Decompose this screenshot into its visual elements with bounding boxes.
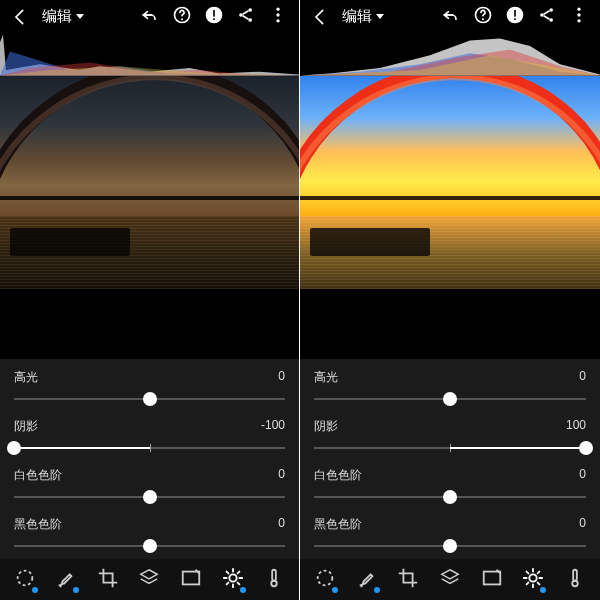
adjustment-panel: 高光0阴影100白色色阶0黑色色阶0 [300, 359, 600, 559]
slider-label: 白色色阶 [14, 467, 62, 484]
undo-button[interactable] [436, 2, 466, 32]
temp-icon [263, 567, 285, 592]
crop-icon [397, 567, 419, 592]
slider-thumb[interactable] [143, 539, 157, 553]
frame-tool[interactable] [475, 563, 509, 597]
photo-preview[interactable] [0, 76, 299, 290]
slider-track[interactable] [314, 390, 586, 408]
slider-label: 高光 [14, 369, 38, 386]
slider-label: 阴影 [314, 418, 338, 435]
editor-pane-left: 编辑 高光0阴影-100白色色阶0黑色色阶0 [0, 0, 300, 600]
slider-track[interactable] [14, 488, 285, 506]
more-button[interactable] [263, 2, 293, 32]
slider-thumb[interactable] [7, 441, 21, 455]
share-button[interactable] [231, 2, 261, 32]
slider-track[interactable] [14, 439, 285, 457]
editor-pane-right: 编辑 高光0阴影100白色色阶0黑色色阶0 [300, 0, 600, 600]
slider-row: 阴影-100 [0, 412, 299, 461]
more-button[interactable] [564, 2, 594, 32]
slider-label: 阴影 [14, 418, 38, 435]
edit-indicator-dot [332, 587, 338, 593]
edit-indicator-dot [73, 587, 79, 593]
slider-thumb[interactable] [143, 490, 157, 504]
screen-title[interactable]: 编辑 [342, 7, 384, 26]
slider-thumb[interactable] [143, 392, 157, 406]
slider-value: 100 [566, 418, 586, 435]
slider-row: 高光0 [0, 363, 299, 412]
alert-button[interactable] [500, 2, 530, 32]
slider-value: 0 [278, 516, 285, 533]
slider-value: 0 [579, 467, 586, 484]
help-icon [172, 5, 192, 28]
slider-value: 0 [278, 369, 285, 386]
light-tool[interactable] [216, 563, 250, 597]
share-button[interactable] [532, 2, 562, 32]
slider-row: 黑色色阶0 [300, 510, 600, 559]
screen-title-label: 编辑 [42, 7, 72, 26]
temp-tool[interactable] [257, 563, 291, 597]
adjustment-panel: 高光0阴影-100白色色阶0黑色色阶0 [0, 359, 299, 559]
tool-bar [0, 559, 299, 600]
layers-icon [138, 567, 160, 592]
brush-tool[interactable] [49, 563, 83, 597]
slider-label: 黑色色阶 [314, 516, 362, 533]
edit-indicator-dot [540, 587, 546, 593]
help-button[interactable] [468, 2, 498, 32]
slider-track[interactable] [314, 537, 586, 555]
back-button[interactable] [6, 2, 36, 32]
light-tool[interactable] [516, 563, 550, 597]
presets-tool[interactable] [308, 563, 342, 597]
top-bar: 编辑 [300, 0, 600, 33]
help-button[interactable] [167, 2, 197, 32]
crop-tool[interactable] [91, 563, 125, 597]
temp-tool[interactable] [558, 563, 592, 597]
layers-tool[interactable] [132, 563, 166, 597]
slider-row: 黑色色阶0 [0, 510, 299, 559]
share-icon [236, 5, 256, 28]
slider-row: 白色色阶0 [300, 461, 600, 510]
slider-value: 0 [579, 369, 586, 386]
slider-thumb[interactable] [443, 539, 457, 553]
frame-icon [481, 567, 503, 592]
more-icon [268, 5, 288, 28]
slider-thumb[interactable] [443, 392, 457, 406]
layers-icon [439, 567, 461, 592]
slider-row: 阴影100 [300, 412, 600, 461]
edit-indicator-dot [32, 587, 38, 593]
photo-preview[interactable] [300, 76, 600, 290]
crop-tool[interactable] [391, 563, 425, 597]
brush-tool[interactable] [350, 563, 384, 597]
undo-icon [140, 5, 160, 28]
slider-row: 白色色阶0 [0, 461, 299, 510]
more-icon [569, 5, 589, 28]
slider-value: 0 [579, 516, 586, 533]
undo-button[interactable] [135, 2, 165, 32]
undo-icon [441, 5, 461, 28]
share-icon [537, 5, 557, 28]
histogram [300, 33, 600, 75]
screen-title[interactable]: 编辑 [42, 7, 84, 26]
slider-label: 白色色阶 [314, 467, 362, 484]
alert-button[interactable] [199, 2, 229, 32]
slider-thumb[interactable] [443, 490, 457, 504]
slider-track[interactable] [314, 488, 586, 506]
temp-icon [564, 567, 586, 592]
slider-track[interactable] [14, 537, 285, 555]
slider-row: 高光0 [300, 363, 600, 412]
edit-indicator-dot [374, 587, 380, 593]
back-button[interactable] [306, 2, 336, 32]
presets-tool[interactable] [8, 563, 42, 597]
top-bar: 编辑 [0, 0, 299, 33]
slider-track[interactable] [14, 390, 285, 408]
slider-label: 高光 [314, 369, 338, 386]
slider-label: 黑色色阶 [14, 516, 62, 533]
crop-icon [97, 567, 119, 592]
slider-track[interactable] [314, 439, 586, 457]
frame-tool[interactable] [174, 563, 208, 597]
edit-indicator-dot [240, 587, 246, 593]
layers-tool[interactable] [433, 563, 467, 597]
slider-thumb[interactable] [579, 441, 593, 455]
alert-icon [204, 5, 224, 28]
alert-icon [505, 5, 525, 28]
frame-icon [180, 567, 202, 592]
